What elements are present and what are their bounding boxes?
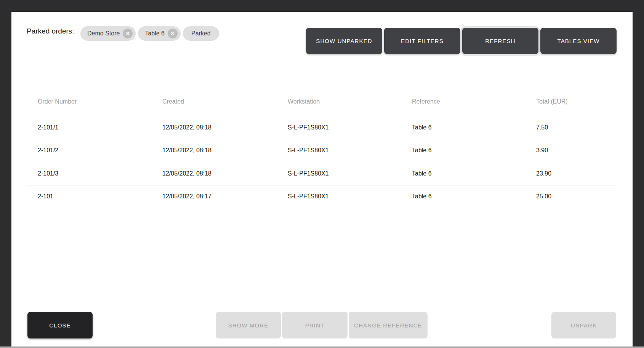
cell-total: 23.90 [536, 170, 617, 177]
cell-reference: Table 6 [412, 124, 536, 131]
show-unparked-button[interactable]: SHOW UNPARKED [306, 28, 382, 54]
remove-filter-table-6-icon[interactable]: ✕ [168, 29, 178, 38]
cell-workstation: S-L-PF1S80X1 [288, 147, 412, 154]
unpark-button[interactable]: UNPARK [551, 312, 616, 338]
filter-chip-demo-store: Demo Store ✕ [80, 26, 136, 41]
tables-view-button[interactable]: TABLES VIEW [540, 28, 617, 54]
filter-chip-table-6: Table 6 ✕ [138, 26, 181, 41]
cell-total: 7.50 [536, 124, 617, 131]
cell-order-number: 2-101 [27, 193, 162, 200]
cell-total: 3.90 [536, 147, 617, 154]
column-header-reference: Reference [412, 98, 536, 105]
cell-reference: Table 6 [412, 147, 536, 154]
column-header-total: Total (EUR) [536, 98, 617, 105]
cell-created: 12/05/2022, 08:18 [162, 147, 288, 154]
print-button[interactable]: PRINT [282, 312, 348, 338]
cell-workstation: S-L-PF1S80X1 [288, 170, 412, 177]
column-header-created: Created [162, 98, 288, 105]
cell-total: 25.00 [536, 193, 617, 200]
filter-chip-label: Demo Store [87, 30, 120, 37]
show-more-button[interactable]: SHOW MORE [216, 312, 281, 338]
filter-chips: Demo Store ✕ Table 6 ✕ Parked [80, 26, 219, 41]
parked-orders-table: Order Number Created Workstation Referen… [27, 88, 617, 208]
parked-orders-dialog: Parked orders: Demo Store ✕ Table 6 ✕ Pa… [11, 12, 633, 346]
table-row[interactable]: 2-101 12/05/2022, 08:17 S-L-PF1S80X1 Tab… [27, 185, 617, 209]
window-bottom-edge [0, 346, 644, 348]
cell-created: 12/05/2022, 08:18 [162, 124, 288, 131]
table-row[interactable]: 2-101/2 12/05/2022, 08:18 S-L-PF1S80X1 T… [27, 139, 617, 163]
cell-workstation: S-L-PF1S80X1 [288, 193, 412, 200]
change-reference-button[interactable]: CHANGE REFERENCE [349, 312, 428, 338]
cell-created: 12/05/2022, 08:17 [162, 193, 288, 200]
page-title: Parked orders: [27, 27, 74, 36]
cell-reference: Table 6 [412, 170, 536, 177]
edit-filters-button[interactable]: EDIT FILTERS [384, 28, 460, 54]
column-header-order-number: Order Number [27, 98, 162, 105]
table-row[interactable]: 2-101/3 12/05/2022, 08:18 S-L-PF1S80X1 T… [27, 162, 617, 185]
refresh-button[interactable]: REFRESH [462, 28, 538, 54]
close-button[interactable]: CLOSE [27, 312, 93, 338]
cell-order-number: 2-101/2 [27, 147, 162, 154]
filter-chip-label: Table 6 [145, 30, 165, 37]
table-row[interactable]: 2-101/1 12/05/2022, 08:18 S-L-PF1S80X1 T… [27, 116, 617, 139]
cell-workstation: S-L-PF1S80X1 [288, 124, 412, 131]
remove-filter-demo-store-icon[interactable]: ✕ [123, 29, 133, 38]
cell-reference: Table 6 [412, 193, 536, 200]
table-header-row: Order Number Created Workstation Referen… [27, 88, 617, 116]
footer-center-buttons: SHOW MORE PRINT CHANGE REFERENCE [216, 312, 428, 338]
cell-created: 12/05/2022, 08:18 [162, 170, 288, 177]
cell-order-number: 2-101/3 [27, 170, 162, 177]
column-header-workstation: Workstation [288, 98, 412, 105]
filter-chip-label: Parked [191, 30, 211, 37]
header-action-buttons: SHOW UNPARKED EDIT FILTERS REFRESH TABLE… [306, 28, 617, 54]
cell-order-number: 2-101/1 [27, 124, 162, 131]
filter-chip-parked: Parked [183, 26, 219, 41]
